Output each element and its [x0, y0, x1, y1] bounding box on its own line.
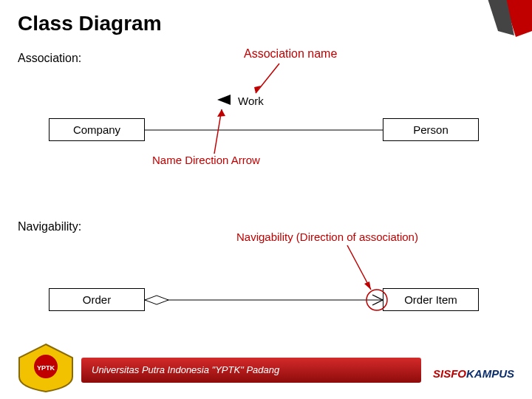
- brand-right: KAMPUS: [466, 367, 514, 380]
- svg-line-10: [372, 295, 383, 300]
- work-label: Work: [238, 95, 264, 107]
- brand-sisfokampus: SISFOKAMPUS: [433, 367, 514, 380]
- svg-line-13: [347, 245, 371, 290]
- name-direction-label: Name Direction Arrow: [152, 154, 260, 166]
- class-box-person: Person: [383, 118, 479, 141]
- footer-bar: Universitas Putra Indonesia "YPTK" Padan…: [81, 358, 421, 383]
- svg-line-4: [256, 64, 279, 93]
- university-logo: YPTK: [13, 341, 78, 393]
- section-navigability-label: Navigability:: [18, 220, 81, 233]
- page-title: Class Diagram: [18, 12, 162, 35]
- class-box-order: Order: [49, 288, 145, 311]
- svg-marker-5: [254, 86, 261, 93]
- corner-decoration: [473, 0, 532, 38]
- svg-marker-9: [145, 296, 168, 304]
- svg-marker-3: [217, 95, 231, 105]
- svg-text:YPTK: YPTK: [37, 364, 55, 372]
- svg-marker-7: [217, 109, 225, 117]
- section-association-label: Association:: [18, 52, 81, 65]
- association-name-label: Association name: [244, 47, 337, 61]
- class-box-order-item: Order Item: [383, 288, 479, 311]
- svg-line-6: [214, 109, 222, 154]
- svg-marker-14: [364, 282, 371, 290]
- brand-left: SISFO: [433, 367, 466, 380]
- class-box-company: Company: [49, 118, 145, 141]
- svg-line-11: [372, 300, 383, 305]
- navigability-description: Navigability (Direction of association): [236, 231, 418, 243]
